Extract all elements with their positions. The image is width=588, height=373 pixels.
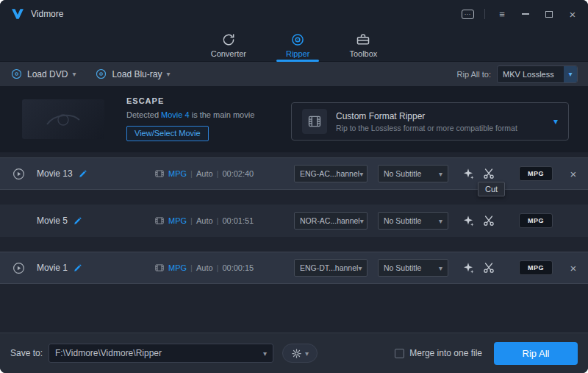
footer-bar: Save to: ▾ ▾ Merge into one file Rip All <box>0 333 588 373</box>
load-bluray-label: Load Blu-ray <box>112 69 162 79</box>
disc-thumbnail <box>22 99 104 139</box>
video-format-icon <box>154 263 165 273</box>
toolbox-icon <box>356 32 370 47</box>
custom-format-title: Custom Format Ripper <box>336 111 545 121</box>
play-icon[interactable] <box>12 261 29 275</box>
chevron-down-icon: ▾ <box>359 170 363 178</box>
load-bluray-button[interactable]: Load Blu-ray ▾ <box>95 68 170 80</box>
chevron-down-icon[interactable]: ▾ <box>263 349 267 358</box>
edit-effects-icon[interactable] <box>462 167 475 180</box>
movie-name: Movie 13 <box>37 168 73 179</box>
maximize-button[interactable] <box>542 7 556 21</box>
chevron-down-icon: ▾ <box>358 264 362 272</box>
titlebar-controls: ··· ≡ × <box>461 7 579 21</box>
quality-value: Auto <box>196 216 213 225</box>
video-format-icon <box>154 216 165 226</box>
play-icon[interactable] <box>12 167 29 181</box>
cut-icon[interactable] <box>482 214 495 227</box>
format-info: MPG | Auto | 00:02:40 <box>154 168 294 179</box>
format-value: MPG <box>168 263 187 272</box>
quality-value: Auto <box>196 169 213 178</box>
movie-name: Movie 5 <box>37 216 68 226</box>
source-info: ESCAPE Detected Movie 4 is the main movi… <box>126 96 254 141</box>
chevron-down-icon: ▾ <box>439 264 442 272</box>
duration-value: 00:00:15 <box>222 263 254 272</box>
movie-row[interactable]: Movie 1 MPG | Auto | 00:00:15 ENG-DT...h… <box>0 252 588 284</box>
movie-row[interactable]: Movie 5 MPG | Auto | 00:01:51 NOR-AC...h… <box>0 205 588 237</box>
subtitle-select[interactable]: No Subtitle ▾ <box>378 259 448 277</box>
detected-movie-text: Detected Movie 4 is the main movie <box>126 110 254 119</box>
gear-icon <box>291 348 302 359</box>
format-info: MPG | Auto | 00:00:15 <box>154 263 294 273</box>
remove-movie-icon[interactable]: × <box>566 168 581 180</box>
custom-format-ripper-panel[interactable]: Custom Format Ripper Rip to the Lossless… <box>291 102 569 141</box>
chevron-down-icon: ▾ <box>564 66 577 82</box>
duration-value: 00:02:40 <box>222 169 254 178</box>
converter-icon <box>221 32 236 47</box>
custom-format-subtitle: Rip to the Lossless format or more compa… <box>336 124 545 132</box>
output-format-badge[interactable]: MPG <box>519 260 553 275</box>
subtitle-select[interactable]: No Subtitle ▾ <box>378 212 448 230</box>
view-select-movie-button[interactable]: View/Select Movie <box>126 126 209 141</box>
load-dvd-label: Load DVD <box>27 69 68 79</box>
rename-icon[interactable] <box>78 169 87 179</box>
tab-converter[interactable]: Converter <box>204 28 254 62</box>
rename-icon[interactable] <box>73 263 82 273</box>
movie-name-wrap: Movie 1 <box>37 263 154 273</box>
ripper-icon <box>290 32 305 47</box>
cut-icon[interactable] <box>482 167 495 180</box>
rip-all-to-select[interactable]: MKV Lossless ▾ <box>497 65 578 83</box>
audio-track-select[interactable]: NOR-AC...hannel ▾ <box>294 212 368 230</box>
audio-track-select[interactable]: ENG-DT...hannel ▾ <box>294 259 368 277</box>
output-settings-button[interactable]: ▾ <box>282 344 318 363</box>
save-path-field[interactable]: ▾ <box>49 344 273 363</box>
chevron-down-icon: ▾ <box>72 70 76 78</box>
titlebar-left: Vidmore <box>10 7 63 21</box>
tab-ripper-label: Ripper <box>286 49 309 58</box>
tab-converter-label: Converter <box>211 49 246 58</box>
toolbar: Load DVD ▾ Load Blu-ray ▾ Rip All to: MK… <box>0 62 588 86</box>
feedback-icon[interactable]: ··· <box>461 7 474 21</box>
movie-name: Movie 1 <box>37 263 68 273</box>
format-value: MPG <box>168 169 187 178</box>
edit-effects-icon[interactable] <box>462 214 475 227</box>
dvd-disc-icon <box>10 68 23 80</box>
app-window: Vidmore ··· ≡ × Converter Ripper <box>0 0 588 373</box>
merge-into-one-file[interactable]: Merge into one file <box>395 348 482 358</box>
main-nav: Converter Ripper Toolbox <box>0 28 588 62</box>
save-path-input[interactable] <box>55 348 263 358</box>
video-format-icon <box>154 168 165 179</box>
close-button[interactable]: × <box>566 7 579 21</box>
output-format-badge[interactable]: MPG <box>519 166 553 181</box>
bluray-disc-icon <box>95 68 107 80</box>
save-to-label: Save to: <box>10 348 43 358</box>
quality-value: Auto <box>196 263 213 272</box>
titlebar-divider <box>484 9 485 19</box>
detected-movie-link[interactable]: Movie 4 <box>161 110 190 119</box>
format-value: MPG <box>168 216 187 225</box>
remove-movie-icon[interactable]: × <box>566 262 581 274</box>
load-dvd-button[interactable]: Load DVD ▾ <box>10 68 76 80</box>
movie-list: Movie 13 MPG | Auto | 00:02:40 ENG-AC...… <box>0 152 588 333</box>
merge-label: Merge into one file <box>409 348 482 358</box>
format-info: MPG | Auto | 00:01:51 <box>154 216 294 226</box>
tab-toolbox-label: Toolbox <box>349 49 377 58</box>
movie-name-wrap: Movie 13 <box>37 168 154 179</box>
minimize-button[interactable] <box>519 7 532 21</box>
menu-icon[interactable]: ≡ <box>495 7 509 21</box>
chevron-down-icon: ▾ <box>360 217 364 225</box>
rename-icon[interactable] <box>73 216 82 226</box>
tab-ripper[interactable]: Ripper <box>279 28 317 62</box>
rip-all-button[interactable]: Rip All <box>494 342 578 365</box>
chevron-down-icon: ▾ <box>166 70 170 78</box>
disc-title: ESCAPE <box>126 96 254 105</box>
bluray-logo-icon <box>40 108 87 130</box>
cut-icon[interactable] <box>482 261 495 274</box>
subtitle-select[interactable]: No Subtitle ▾ <box>378 165 448 182</box>
output-format-badge[interactable]: MPG <box>519 213 553 228</box>
tab-toolbox[interactable]: Toolbox <box>342 28 384 62</box>
edit-effects-icon[interactable] <box>462 261 475 274</box>
audio-track-select[interactable]: ENG-AC...hannel ▾ <box>294 165 368 182</box>
custom-format-texts: Custom Format Ripper Rip to the Lossless… <box>336 111 545 132</box>
merge-checkbox[interactable] <box>395 349 404 358</box>
